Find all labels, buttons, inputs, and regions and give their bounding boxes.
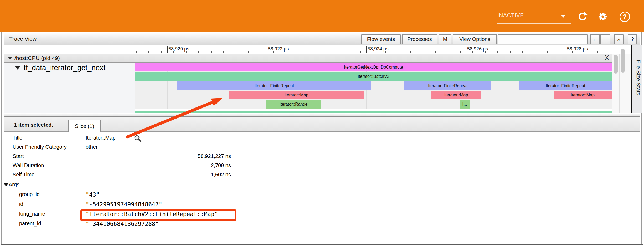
mode-select[interactable]: INACTIVE — [497, 12, 572, 24]
ruler-minor-tick — [597, 51, 598, 53]
detail-label: parent_id — [19, 221, 41, 227]
detail-label: Args — [9, 182, 19, 188]
gutter-line — [627, 54, 627, 113]
gutter-line — [613, 54, 613, 113]
ruler-minor-tick — [610, 51, 610, 53]
detail-value: 2,709 ns — [86, 162, 231, 168]
detail-label: Start — [13, 153, 24, 159]
refresh-icon[interactable] — [577, 11, 588, 22]
process-header-band — [4, 54, 612, 63]
detail-row: TitleIterator::Map — [0, 135, 250, 143]
args-collapse-icon[interactable] — [4, 183, 8, 186]
detail-value: "-344106684136297288" — [86, 221, 159, 227]
detail-label: long_name — [19, 211, 45, 217]
ruler-tick-label: 58,920 µs — [168, 46, 189, 52]
detail-label: Wall Duration — [13, 162, 44, 168]
trace-slice[interactable]: Iterator::FiniteRepeat — [404, 81, 491, 90]
dropdown-arrow-icon — [561, 15, 566, 18]
detail-value: "-5429951974994848647" — [86, 201, 162, 208]
ruler-major-tick — [267, 46, 267, 53]
process-collapse-icon[interactable] — [8, 57, 12, 59]
flow-events-button[interactable]: Flow events — [361, 34, 401, 44]
thread-collapse-icon[interactable] — [15, 66, 20, 70]
help-icon[interactable]: ? — [620, 12, 630, 22]
ruler-minor-tick — [136, 51, 137, 53]
ruler-tick-label: 58,926 µs — [467, 46, 488, 52]
ruler-major-tick — [167, 46, 168, 53]
ruler-minor-tick — [248, 51, 249, 53]
ruler-minor-tick — [223, 51, 224, 53]
ruler-minor-tick — [360, 51, 361, 53]
ruler-minor-tick — [148, 51, 149, 53]
processes-button[interactable]: Processes — [402, 34, 437, 44]
detail-label: group_id — [19, 191, 40, 197]
process-header-label: /host:CPU (pid 49) — [14, 55, 60, 61]
detail-value: other — [86, 144, 98, 150]
detail-row: parent_id"-344106684136297288" — [0, 221, 250, 228]
trace-slice[interactable]: I... — [460, 100, 470, 109]
ruler-minor-tick — [510, 51, 511, 53]
close-track-button[interactable]: X — [604, 54, 610, 62]
ruler-minor-tick — [460, 51, 461, 53]
detail-value: 58,921,227 ns — [86, 153, 231, 159]
toolbar-help-button[interactable]: ? — [628, 34, 637, 44]
detail-label: Self Time — [13, 172, 34, 178]
mode-select-value: INACTIVE — [497, 12, 524, 18]
trace-slice[interactable]: Iterator::Map — [431, 91, 481, 99]
detail-row: Start58,921,227 ns — [0, 153, 250, 161]
trace-slice[interactable]: Iterator::BatchV2 — [135, 72, 612, 81]
search-input[interactable] — [498, 34, 588, 44]
ruler-minor-tick — [236, 51, 236, 53]
ruler-minor-tick — [410, 51, 411, 53]
annotation-highlight-box — [80, 209, 236, 221]
nav-right-button[interactable]: → — [600, 34, 610, 44]
ruler-minor-tick — [448, 51, 448, 53]
ruler-minor-tick — [348, 51, 348, 53]
ruler-minor-tick — [198, 51, 199, 53]
detail-value: "43" — [86, 191, 100, 198]
window-border-bottom — [1, 244, 643, 245]
detail-row: Args — [0, 182, 250, 189]
ruler-minor-tick — [547, 51, 548, 53]
vertical-scrollbar-thumb[interactable] — [614, 55, 618, 74]
ruler-major-tick — [466, 46, 466, 53]
horizontal-splitter[interactable] — [4, 113, 640, 117]
detail-label: Title — [13, 135, 22, 141]
detail-row: Wall Duration2,709 ns — [0, 162, 250, 170]
tab-slice[interactable]: Slice (1) — [68, 120, 101, 132]
ruler-minor-tick — [323, 51, 323, 53]
time-ruler — [4, 45, 632, 54]
ruler-minor-tick — [522, 51, 523, 53]
trace-slice[interactable]: Iterator::Map — [554, 91, 612, 99]
ruler-minor-tick — [161, 51, 162, 53]
trace-slice[interactable]: Iterator::Map — [229, 91, 364, 99]
gear-icon[interactable] — [597, 11, 608, 22]
detail-value: Iterator::Map — [86, 135, 115, 141]
ruler-minor-tick — [423, 51, 423, 53]
thread-label: tf_data_iterator_get_next — [24, 64, 105, 72]
trace-slice[interactable]: Iterator::Range — [266, 100, 321, 109]
ruler-major-tick — [566, 46, 566, 53]
detail-label: id — [19, 201, 23, 207]
panel-divider[interactable] — [135, 45, 135, 113]
trace-slice[interactable]: Iterator::FiniteRepeat — [177, 81, 371, 90]
vertical-scrollbar-thumb[interactable] — [621, 49, 625, 73]
view-options-button[interactable]: View Options — [453, 34, 497, 44]
ruler-minor-tick — [336, 51, 336, 53]
m-button[interactable]: M — [439, 34, 451, 44]
detail-row: User Friendly Categoryother — [0, 144, 250, 152]
trace-slice[interactable]: IteratorGetNextOp::DoCompute — [135, 63, 612, 71]
ruler-tick-label: 58,924 µs — [368, 46, 388, 52]
nav-left-button[interactable]: ← — [590, 34, 600, 44]
trace-slice[interactable]: Iterator::FiniteRepeat — [519, 81, 612, 90]
ruler-minor-tick — [435, 51, 436, 53]
ruler-minor-tick — [398, 51, 398, 53]
ruler-minor-tick — [535, 51, 535, 53]
ruler-minor-tick — [560, 51, 560, 53]
detail-value: 1,602 ns — [86, 172, 231, 178]
magnifier-icon[interactable] — [134, 135, 143, 144]
clipped-slice-strip — [135, 111, 612, 113]
ruler-minor-tick — [497, 51, 498, 53]
expand-button[interactable]: » — [614, 34, 624, 44]
detail-row: id"-5429951974994848647" — [0, 201, 250, 209]
